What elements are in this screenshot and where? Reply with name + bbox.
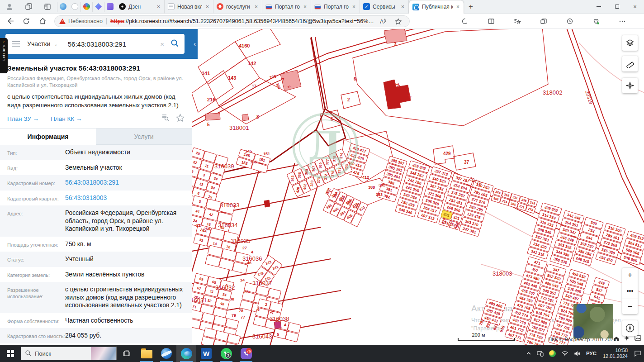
squares-purple-icon[interactable] xyxy=(104,2,116,12)
locate-button[interactable] xyxy=(622,78,638,93)
zoom-more-button[interactable]: ••• xyxy=(622,283,638,298)
address-bar[interactable]: Небезопасно https ://pkk.rosreestr.ru/#/… xyxy=(54,15,410,27)
tab-close-icon[interactable]: × xyxy=(455,4,460,10)
tray-antivirus-icon[interactable] xyxy=(546,345,559,362)
svg-text:17: 17 xyxy=(252,84,256,88)
tab-close-icon[interactable]: × xyxy=(205,4,210,10)
svg-text:37: 37 xyxy=(464,160,469,165)
tray-volume-icon[interactable] xyxy=(571,345,583,362)
profile-icon[interactable] xyxy=(3,2,16,12)
layers-button[interactable] xyxy=(622,35,638,51)
tab-favicon-flag xyxy=(314,5,321,10)
search-input[interactable]: 56:43:0318003:291 xyxy=(68,40,161,48)
collapse-panel-icon[interactable]: ‹ xyxy=(194,40,196,48)
zoom-controls: + ••• − xyxy=(622,268,638,314)
browser-tab-1[interactable]: Новая вкладк× xyxy=(165,0,213,14)
tray-language-indicator[interactable]: РУС xyxy=(583,345,599,362)
edge-browser-taskbar-icon[interactable] xyxy=(176,345,196,362)
back-button[interactable] xyxy=(4,15,16,27)
new-tab-button[interactable]: + xyxy=(464,2,478,11)
word-taskbar-icon[interactable]: W xyxy=(196,345,216,362)
map-canvas: АктуализацияЧтобы активировать слой или … xyxy=(192,29,644,345)
plan-link-1[interactable]: План КК → xyxy=(51,115,82,122)
window-close-button[interactable]: × xyxy=(626,0,644,14)
window-restore-button[interactable] xyxy=(608,0,626,14)
panel-tab-services[interactable]: Услуги xyxy=(96,129,192,145)
svg-text:77: 77 xyxy=(241,315,245,319)
tab-actions-icon[interactable] xyxy=(22,2,35,12)
browser-tab-3[interactable]: Портал госуда× xyxy=(262,0,311,14)
tab-close-icon[interactable]: × xyxy=(156,4,161,10)
search-box[interactable]: Участки ⌄ 56:43:0318003:291 × xyxy=(5,34,185,54)
svg-text:366: 366 xyxy=(297,172,302,179)
panel-tab-info[interactable]: Информация xyxy=(0,129,96,145)
compass-button[interactable] xyxy=(622,320,638,336)
whatsapp-badge: 3 xyxy=(225,352,231,358)
add-favorite-icon[interactable] xyxy=(391,15,405,27)
tray-notifications-icon[interactable] xyxy=(631,345,644,362)
tray-chevron-up-icon[interactable] xyxy=(523,345,534,362)
copilot-icon[interactable] xyxy=(458,15,472,27)
more-icon[interactable] xyxy=(616,15,629,27)
start-button[interactable] xyxy=(0,345,21,362)
browser-tab-2[interactable]: госуслуги лич× xyxy=(213,0,262,14)
whatsapp-taskbar-icon[interactable]: 3 xyxy=(216,345,236,362)
cadastral-map[interactable]: АктуализацияЧтобы активировать слой или … xyxy=(192,29,644,345)
browser-tab-4[interactable]: Портал госуда× xyxy=(311,0,360,14)
window-minimize-button[interactable] xyxy=(590,0,608,14)
minimap-preview[interactable] xyxy=(573,304,613,338)
tab-label: Публичная ка xyxy=(422,4,453,10)
browser-tab-5[interactable]: ✓Сервисы× xyxy=(360,0,409,14)
viber-taskbar-icon[interactable]: 76 xyxy=(236,345,256,362)
tab-close-icon[interactable]: × xyxy=(254,4,259,10)
zoom-in-button[interactable]: + xyxy=(622,268,638,283)
preview-plan-icon[interactable] xyxy=(161,114,170,124)
clear-search-icon[interactable]: × xyxy=(160,40,164,48)
tab-favicon-serv: ✓ xyxy=(363,3,370,10)
read-aloud-icon[interactable]: A xyxy=(380,18,387,25)
tray-devices-icon[interactable] xyxy=(534,345,546,362)
globe-blue-icon[interactable] xyxy=(57,2,69,12)
row-value[interactable]: 56:43:0318003:291 xyxy=(65,179,192,187)
letsinfo-arrow-icon: › xyxy=(3,39,5,44)
split-screen-icon[interactable] xyxy=(484,15,498,27)
history-icon[interactable] xyxy=(563,15,577,27)
tray-wifi-icon[interactable] xyxy=(559,345,571,362)
measure-ruler-button[interactable] xyxy=(622,56,638,71)
url-https-strikethrough: https xyxy=(110,18,124,24)
search-icon[interactable] xyxy=(170,39,179,49)
plan-link-0[interactable]: План ЗУ → xyxy=(7,115,39,122)
taskbar-search-image[interactable] xyxy=(91,347,116,360)
browser-tab-0[interactable]: Дзен× xyxy=(116,0,165,14)
tab-close-icon[interactable]: × xyxy=(400,4,405,10)
tab-close-icon[interactable]: × xyxy=(303,4,308,10)
vertical-tabs-icon[interactable] xyxy=(41,2,54,12)
menu-icon[interactable] xyxy=(12,41,20,47)
refresh-button[interactable] xyxy=(20,15,33,27)
essentials-icon[interactable] xyxy=(589,15,603,27)
not-secure-label[interactable]: Небезопасно xyxy=(68,18,103,24)
search-category-dropdown[interactable]: Участки xyxy=(27,40,50,48)
url-text[interactable]: ://pkk.rosreestr.ru/#/search/51.22326707… xyxy=(124,18,376,24)
task-view-button[interactable] xyxy=(117,345,137,362)
row-label: Кадастровый квартал: xyxy=(0,194,65,202)
taskbar-search-box[interactable]: Поиск xyxy=(21,347,117,360)
favorite-star-icon[interactable] xyxy=(176,114,185,124)
browser-tab-6[interactable]: Публичная ка× xyxy=(409,0,464,14)
tab-close-icon[interactable]: × xyxy=(351,4,356,10)
row-value[interactable]: 56:43:0318003 xyxy=(65,194,192,202)
photos-app-taskbar-icon[interactable] xyxy=(156,345,176,362)
taskbar-search-placeholder: Поиск xyxy=(35,350,91,357)
zoom-out-button[interactable]: − xyxy=(622,299,638,314)
svg-text:316043: 316043 xyxy=(252,333,272,340)
diamond-blue-icon[interactable] xyxy=(92,2,104,12)
tray-clock[interactable]: 10:5812.01.2024 xyxy=(599,348,631,359)
svg-text:3: 3 xyxy=(394,42,397,47)
circle-grey-icon[interactable] xyxy=(69,2,80,12)
home-button[interactable] xyxy=(36,15,49,27)
circle-multicolor-icon[interactable] xyxy=(80,2,92,12)
favorites-icon[interactable] xyxy=(511,15,524,27)
collections-icon[interactable] xyxy=(537,15,550,27)
file-explorer-taskbar-icon[interactable] xyxy=(137,345,156,362)
letsinfo-extension-tab[interactable]: › LetsInfo xyxy=(0,38,8,73)
